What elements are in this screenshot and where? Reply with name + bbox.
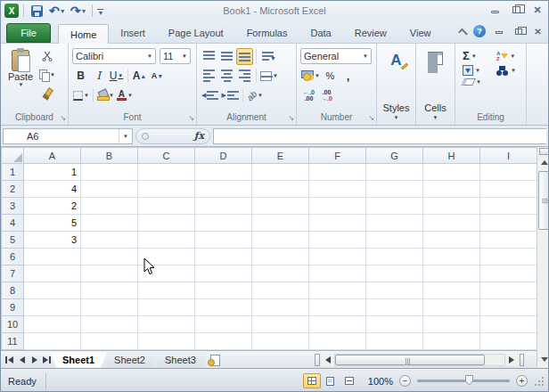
cell-D6[interactable] [195, 249, 252, 265]
cell-G4[interactable] [366, 215, 423, 232]
split-handle[interactable] [539, 148, 549, 155]
tab-data[interactable]: Data [299, 23, 342, 43]
tab-view[interactable]: View [398, 23, 443, 43]
center-button[interactable] [218, 68, 235, 85]
cell-B9[interactable] [81, 299, 138, 316]
styles-button[interactable]: StylesA Styles ▼ [377, 46, 415, 121]
page-layout-view-button[interactable] [322, 373, 340, 388]
cell-F10[interactable] [309, 316, 366, 333]
previous-sheet-button[interactable] [16, 354, 28, 366]
scroll-up-button[interactable] [538, 157, 549, 168]
cell-F7[interactable] [309, 265, 366, 282]
cell-C9[interactable] [138, 299, 195, 316]
first-sheet-button[interactable] [4, 354, 15, 366]
column-header-F[interactable]: F [309, 148, 366, 164]
cell-A6[interactable] [24, 249, 81, 265]
name-box[interactable]: A6 ▼ [3, 128, 133, 144]
fill-button[interactable]: ▼ [463, 65, 488, 76]
scrollbar-thumb[interactable] [538, 171, 549, 230]
percent-style-button[interactable]: % [322, 68, 339, 85]
insert-function-button[interactable]: ƒx [194, 130, 204, 142]
zoom-out-button[interactable]: − [399, 375, 411, 387]
cell-D5[interactable] [195, 232, 252, 249]
cell-C6[interactable] [138, 249, 195, 265]
split-handle[interactable] [520, 354, 524, 366]
cell-G2[interactable] [366, 181, 423, 198]
cell-I8[interactable] [480, 282, 537, 299]
format-painter-button[interactable] [38, 85, 56, 102]
cell-C10[interactable] [138, 316, 195, 333]
cell-B7[interactable] [81, 265, 138, 282]
cell-C5[interactable] [138, 232, 195, 249]
scrollbar-track[interactable] [334, 354, 505, 366]
merge-center-button[interactable]: ▼ [259, 68, 279, 85]
cell-B3[interactable] [81, 198, 138, 215]
sheet-tab-sheet2[interactable]: Sheet2 [102, 352, 158, 368]
cell-A1[interactable]: 1 [24, 164, 81, 181]
scroll-down-button[interactable] [538, 354, 549, 365]
doc-restore-button[interactable] [512, 26, 525, 37]
tab-file[interactable]: File [6, 23, 51, 43]
cell-G7[interactable] [366, 265, 423, 282]
cell-A4[interactable]: 5 [24, 215, 81, 232]
next-sheet-button[interactable] [29, 354, 40, 366]
shrink-font-button[interactable]: A▼ [149, 68, 166, 85]
font-size-select[interactable]: 11▼ [160, 48, 191, 64]
close-button[interactable]: ✕ [530, 4, 545, 16]
vertical-scrollbar[interactable] [537, 147, 549, 367]
cell-D1[interactable] [195, 164, 252, 181]
tab-home[interactable]: Home [58, 24, 109, 44]
tab-formulas[interactable]: Formulas [235, 23, 299, 43]
cell-E8[interactable] [252, 282, 309, 299]
cell-H6[interactable] [423, 249, 480, 265]
font-name-select[interactable]: Calibri▼ [72, 48, 156, 64]
cell-A3[interactable]: 2 [24, 198, 81, 215]
align-left-button[interactable] [201, 68, 217, 85]
cell-E11[interactable] [252, 333, 309, 350]
increase-decimal-button[interactable]: ←.0.00 [300, 87, 317, 104]
cell-I5[interactable] [480, 232, 537, 249]
copy-button[interactable]: ▼ [38, 66, 56, 83]
dialog-launcher-icon[interactable]: ↘ [60, 115, 66, 122]
font-color-button[interactable]: A▼ [116, 87, 134, 104]
cell-I10[interactable] [480, 316, 537, 333]
doc-minimize-button[interactable] [492, 26, 505, 37]
cell-E7[interactable] [252, 265, 309, 282]
orientation-button[interactable]: ab▼ [246, 87, 264, 104]
cell-E6[interactable] [252, 249, 309, 265]
paste-button[interactable]: Paste ▼ [5, 48, 36, 105]
cell-I9[interactable] [480, 299, 537, 316]
column-header-C[interactable]: C [138, 148, 195, 164]
row-header-7[interactable]: 7 [2, 265, 24, 282]
scroll-left-button[interactable] [322, 354, 334, 366]
cell-D3[interactable] [195, 198, 252, 215]
comma-style-button[interactable]: , [340, 68, 356, 85]
fill-color-button[interactable]: ▼ [96, 87, 115, 104]
cell-D11[interactable] [195, 333, 252, 350]
cell-H10[interactable] [423, 316, 480, 333]
customize-qat-button[interactable]: ▼ [97, 7, 103, 15]
scroll-right-button[interactable] [505, 354, 518, 366]
clear-button[interactable]: ▼ [463, 78, 488, 86]
cell-C1[interactable] [138, 164, 195, 181]
cell-E5[interactable] [252, 232, 309, 249]
autosum-button[interactable]: Σ▼ [463, 49, 488, 62]
cell-G11[interactable] [366, 333, 423, 350]
bottom-align-button[interactable] [236, 48, 253, 65]
zoom-slider[interactable] [417, 380, 510, 382]
minimize-ribbon-icon[interactable] [459, 29, 467, 34]
cell-G6[interactable] [366, 249, 423, 265]
cell-F5[interactable] [309, 232, 366, 249]
cell-I2[interactable] [480, 181, 537, 198]
align-right-button[interactable] [236, 68, 253, 85]
middle-align-button[interactable] [218, 48, 235, 65]
cell-G9[interactable] [366, 299, 423, 316]
cell-G3[interactable] [366, 198, 423, 215]
cell-F8[interactable] [309, 282, 366, 299]
zoom-in-button[interactable]: + [516, 375, 528, 387]
increase-indent-button[interactable]: ▶ [220, 87, 239, 104]
cell-I6[interactable] [480, 249, 537, 265]
cut-button[interactable] [38, 47, 56, 64]
help-icon[interactable]: ? [473, 25, 486, 37]
split-handle[interactable] [315, 354, 320, 366]
